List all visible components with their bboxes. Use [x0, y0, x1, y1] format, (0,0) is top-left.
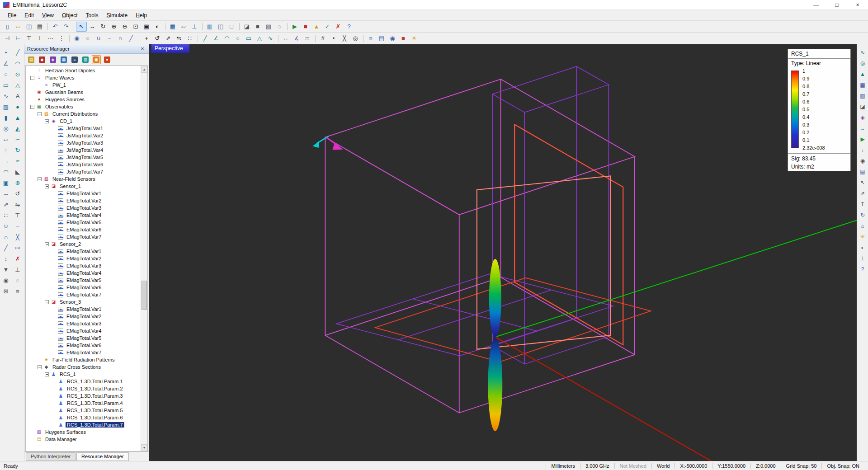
info-icon[interactable]: ? — [858, 265, 867, 273]
align-bottom-icon[interactable]: ⊥ — [34, 33, 45, 43]
shell-icon[interactable]: ▣ — [0, 177, 12, 188]
move-icon[interactable]: ↔ — [0, 188, 12, 199]
revolve-icon[interactable]: ↻ — [12, 145, 24, 155]
maximize-button[interactable]: □ — [826, 0, 847, 9]
tree-item[interactable]: RCS_1.3D.Total.Param.6 — [26, 414, 141, 421]
python-script-icon[interactable]: ▤ — [27, 55, 36, 64]
tree-item[interactable]: Hertzian Short Dipoles — [26, 67, 141, 74]
tree-item[interactable]: EMagTotal.Var2 — [26, 197, 141, 204]
cut-plane-view-icon[interactable]: ◪ — [858, 102, 867, 111]
rotate-icon[interactable]: ↺ — [12, 188, 24, 199]
line-tool-icon[interactable]: ╱ — [200, 33, 211, 43]
delete-icon[interactable]: ✗ — [12, 253, 24, 264]
polyline-tool-icon[interactable]: ∠ — [0, 58, 12, 69]
measure-distance-icon[interactable]: ↔ — [280, 33, 291, 43]
animate-results-icon[interactable]: ▶ — [858, 135, 867, 143]
vector-field-icon[interactable]: → — [858, 124, 867, 132]
tree-item[interactable]: JsMagTotal.Var6 — [26, 161, 141, 168]
new-window-icon[interactable]: □ — [226, 22, 237, 32]
ellipse-tool-icon[interactable]: ⊙ — [12, 69, 24, 80]
tree-item[interactable]: EMagTotal.Var2 — [26, 313, 141, 320]
tree-item[interactable]: Radar Cross Sections — [26, 363, 141, 371]
tree-item[interactable]: PW_1 — [26, 81, 141, 89]
tree-item[interactable]: EMagTotal.Var5 — [26, 334, 141, 342]
torus-solid-icon[interactable]: ◎ — [0, 123, 12, 134]
tree-item[interactable]: Gaussian Beams — [26, 89, 141, 96]
legend-toggle-icon[interactable]: ▥ — [858, 91, 867, 100]
probe-tool-icon[interactable]: ↖ — [858, 178, 867, 187]
group-objects-icon[interactable]: ◉ — [71, 33, 82, 43]
background-color-icon[interactable]: ◐ — [858, 243, 867, 252]
redo-icon[interactable]: ↷ — [61, 22, 71, 32]
tree-item[interactable]: Plane Waves — [26, 74, 141, 81]
cone-solid-icon[interactable]: ▲ — [12, 112, 24, 123]
panel-tab[interactable]: Resource Manager — [76, 452, 129, 461]
tree-item[interactable]: RCS_1.3D.Total.Param.4 — [26, 400, 141, 407]
ungroup-objects-icon[interactable]: ○ — [82, 33, 93, 43]
refresh-view-icon[interactable]: ↻ — [858, 211, 867, 219]
tree-item[interactable]: EMagTotal.Var1 — [26, 248, 141, 255]
tree-item[interactable]: JsMagTotal.Var2 — [26, 132, 141, 139]
trim-icon[interactable]: ╱ — [0, 242, 12, 253]
print-icon[interactable]: ▤ — [34, 22, 45, 32]
helix-curve-icon[interactable]: ∽ — [12, 134, 24, 145]
boolean-union-icon[interactable]: ∪ — [93, 33, 104, 43]
tree-scrollbar[interactable]: ▲ ▼ — [141, 66, 147, 451]
rectangle-tool-icon[interactable]: ▭ — [0, 80, 12, 90]
tree-item[interactable]: EMagTotal.Var4 — [26, 327, 141, 334]
scroll-up-icon[interactable]: ▲ — [141, 66, 147, 73]
tree-item[interactable]: EMagTotal.Var6 — [26, 226, 141, 233]
tree-item[interactable]: JsMagTotal.Var7 — [26, 168, 141, 175]
shaded-view-icon[interactable]: ■ — [252, 22, 263, 32]
image-capture-icon[interactable]: ▦ — [59, 55, 68, 64]
tree-item[interactable]: EMagTotal.Var1 — [26, 306, 141, 313]
lock-icon[interactable]: ⊠ — [0, 286, 12, 296]
abort-icon[interactable]: ✗ — [333, 22, 344, 32]
snap-grid-icon[interactable]: # — [317, 33, 328, 43]
project-tree-icon[interactable]: ≡ — [70, 55, 79, 64]
polyline-tool-icon[interactable]: ∠ — [211, 33, 222, 43]
tree-item[interactable]: EMagTotal.Var1 — [26, 190, 141, 197]
tree-expander-icon[interactable] — [45, 372, 49, 376]
distribute-horizontal-icon[interactable]: ⋯ — [45, 33, 56, 43]
tree-expander-icon[interactable] — [38, 365, 42, 369]
align-top-icon[interactable]: ⊤ — [24, 33, 34, 43]
align-right-icon[interactable]: ⊢ — [13, 33, 24, 43]
pyramid-solid-icon[interactable]: ◭ — [12, 123, 24, 134]
tree-item[interactable]: Observables — [26, 103, 141, 110]
tree-item[interactable]: EMagTotal.Var4 — [26, 269, 141, 277]
iso-surface-icon[interactable]: ◈ — [858, 113, 867, 122]
scroll-down-icon[interactable]: ▼ — [141, 444, 147, 451]
tree-item[interactable]: RCS_1.3D.Total.Param.2 — [26, 385, 141, 392]
scrollbar-track[interactable] — [141, 73, 147, 444]
light-toggle-icon[interactable]: ☀ — [409, 33, 420, 43]
sweep-icon[interactable]: → — [0, 155, 12, 166]
tree-item[interactable]: Sensor_1 — [26, 183, 141, 190]
tree-item[interactable]: EMagTotal.Var7 — [26, 233, 141, 240]
slice-object-icon[interactable]: ╱ — [126, 33, 137, 43]
tree-item[interactable]: Data Manager — [26, 436, 141, 443]
viewport-3d[interactable]: Perspective RCS_1 Type: Linear 1 0.9 0.8 — [149, 44, 857, 461]
tree-item[interactable]: EMagTotal.Var3 — [26, 204, 141, 212]
align-left-icon[interactable]: ⊣ — [2, 33, 13, 43]
tree-item[interactable]: EMagTotal.Var7 — [26, 291, 141, 298]
dock-settings-icon[interactable]: ≡ — [12, 286, 24, 296]
text-tool-icon[interactable]: A — [12, 90, 24, 101]
loft-icon[interactable]: ≈ — [12, 155, 24, 166]
rectangle-tool-icon[interactable]: ▭ — [243, 33, 254, 43]
offset-icon[interactable]: ⊚ — [12, 177, 24, 188]
scale-tool-icon[interactable]: ⇗ — [163, 33, 174, 43]
panel-tab[interactable]: Python Interpreter — [26, 452, 75, 461]
tree-expander-icon[interactable] — [38, 112, 42, 116]
menu-item[interactable]: Object — [58, 11, 82, 19]
split-icon[interactable]: ╳ — [12, 231, 24, 242]
color-swatch-icon[interactable]: ■ — [398, 33, 409, 43]
panel-header[interactable]: Resource Manager × — [24, 44, 149, 54]
xy-plot-icon[interactable]: ∿ — [858, 48, 867, 56]
cylinder-solid-icon[interactable]: ▮ — [0, 112, 12, 123]
tree-item[interactable]: EMagTotal.Var7 — [26, 349, 141, 356]
tree-item[interactable]: RCS_1.3D.Total.Param.1 — [26, 378, 141, 385]
zoom-extents-icon[interactable]: ▣ — [141, 22, 152, 32]
distribute-vertical-icon[interactable]: ⋮ — [56, 33, 67, 43]
spline-tool-icon[interactable]: ∿ — [0, 90, 12, 101]
